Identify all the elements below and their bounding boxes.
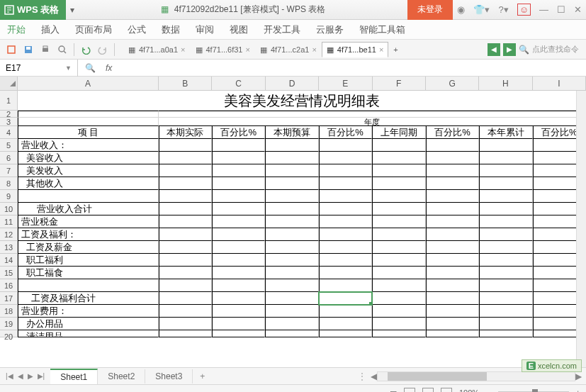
row-header-4[interactable]: 4 xyxy=(0,126,18,139)
cell-D9[interactable] xyxy=(265,190,318,203)
cancel-fx-icon[interactable]: 🔍 xyxy=(85,63,96,73)
cell-G12[interactable] xyxy=(426,228,479,241)
cell-F17[interactable] xyxy=(372,292,425,305)
cell-D18[interactable] xyxy=(265,305,318,318)
cell-B9[interactable] xyxy=(159,190,212,203)
cell-A18[interactable]: 营业费用： xyxy=(18,305,159,318)
cell-C18[interactable] xyxy=(212,305,265,318)
nav-next-icon[interactable]: ▶ xyxy=(503,43,516,56)
cell-D10[interactable] xyxy=(265,203,318,215)
cell-B5[interactable] xyxy=(159,139,212,152)
col-header-G[interactable]: G xyxy=(426,77,479,91)
cell-E17[interactable] xyxy=(319,292,372,305)
select-all-corner[interactable] xyxy=(0,77,18,91)
doc-tab-4[interactable]: ▦4f71...be11× xyxy=(322,42,389,57)
tab-close-icon[interactable]: × xyxy=(246,45,250,54)
header-ytd[interactable]: 本年累计 xyxy=(479,126,532,139)
cell-G19[interactable] xyxy=(426,318,479,330)
minimize-icon[interactable]: — xyxy=(539,4,548,15)
close-icon[interactable]: ✕ xyxy=(574,4,582,15)
horizontal-scrollbar[interactable] xyxy=(377,371,575,381)
cell-H9[interactable] xyxy=(479,190,532,203)
row-header-8[interactable]: 8 xyxy=(0,177,18,190)
cell-D11[interactable] xyxy=(265,215,318,228)
cell-C19[interactable] xyxy=(212,318,265,330)
cell-D20[interactable] xyxy=(265,330,318,337)
add-sheet-button[interactable]: + xyxy=(193,371,212,381)
cell-B12[interactable] xyxy=(159,228,212,241)
hscroll-right-icon[interactable]: ▶ xyxy=(575,371,582,381)
login-button[interactable]: 未登录 xyxy=(407,0,453,20)
tab-close-icon[interactable]: × xyxy=(379,45,383,54)
cell-A11[interactable]: 营业税金 xyxy=(18,215,159,228)
sheet-prev-icon[interactable]: ◀ xyxy=(16,371,25,381)
tab-close-icon[interactable]: × xyxy=(312,45,316,54)
cell-F15[interactable] xyxy=(372,267,425,279)
cell-G6[interactable] xyxy=(426,152,479,164)
cell-E18[interactable] xyxy=(319,305,372,318)
add-tab-button[interactable]: + xyxy=(388,42,402,57)
vertical-scrollbar[interactable] xyxy=(576,91,586,367)
cell-B14[interactable] xyxy=(159,254,212,267)
cell-C9[interactable] xyxy=(212,190,265,203)
cell-H8[interactable] xyxy=(479,177,532,190)
cell-D16[interactable] xyxy=(265,279,318,292)
name-box[interactable]: ▼ xyxy=(0,60,78,77)
sync-icon[interactable]: ◉ xyxy=(457,4,465,15)
split-handle-icon[interactable]: ⋮ xyxy=(358,371,366,381)
view-page-icon[interactable] xyxy=(422,388,434,393)
view-break-icon[interactable] xyxy=(441,388,452,393)
cell-A8[interactable]: 其他收入 xyxy=(18,177,159,190)
row-header-3[interactable]: 3 xyxy=(0,118,18,126)
cell-B18[interactable] xyxy=(159,305,212,318)
cell-E6[interactable] xyxy=(319,152,372,164)
cell-C5[interactable] xyxy=(212,139,265,152)
menu-insert[interactable]: 插入 xyxy=(41,23,60,36)
cell-G14[interactable] xyxy=(426,254,479,267)
header-pct1[interactable]: 百分比% xyxy=(212,126,265,139)
layout-icon[interactable]: ▭ xyxy=(390,388,397,392)
hscroll-left-icon[interactable]: ◀ xyxy=(371,371,377,381)
sheet-last-icon[interactable]: ▶| xyxy=(36,371,47,381)
cell-H7[interactable] xyxy=(479,164,532,177)
cell-C13[interactable] xyxy=(212,241,265,254)
zoom-level[interactable]: 100% xyxy=(459,388,479,393)
preview-icon[interactable] xyxy=(55,43,69,57)
row-header-13[interactable]: 13 xyxy=(0,241,18,254)
col-header-A[interactable]: A xyxy=(18,77,159,91)
col-header-H[interactable]: H xyxy=(479,77,532,91)
zoom-in-icon[interactable]: + xyxy=(576,388,580,393)
cell-G13[interactable] xyxy=(426,241,479,254)
cell-F11[interactable] xyxy=(372,215,425,228)
cell-H20[interactable] xyxy=(479,330,532,337)
sheet-tab-3[interactable]: Sheet3 xyxy=(145,369,193,383)
cell-C17[interactable] xyxy=(212,292,265,305)
fx-label[interactable]: fx xyxy=(106,63,112,73)
cell-B7[interactable] xyxy=(159,164,212,177)
year-label[interactable]: 年度 xyxy=(159,118,586,126)
cell-D8[interactable] xyxy=(265,177,318,190)
undo-icon[interactable] xyxy=(79,43,93,57)
cell-D6[interactable] xyxy=(265,152,318,164)
cell-A13[interactable]: 工资及薪金 xyxy=(18,241,159,254)
doc-tab-1[interactable]: ▦4f71...a0a1× xyxy=(123,42,191,57)
row-header-19[interactable]: 19 xyxy=(0,318,18,330)
cell-H12[interactable] xyxy=(479,228,532,241)
cell-D17[interactable] xyxy=(265,292,318,305)
sheet-next-icon[interactable]: ▶ xyxy=(26,371,35,381)
cell-C11[interactable] xyxy=(212,215,265,228)
feedback-icon[interactable]: ☺ xyxy=(517,4,531,16)
cell-A12[interactable]: 工资及福利： xyxy=(18,228,159,241)
cell-H19[interactable] xyxy=(479,318,532,330)
header-pct3[interactable]: 百分比% xyxy=(426,126,479,139)
row-header-10[interactable]: 10 xyxy=(0,203,18,215)
cell-F8[interactable] xyxy=(372,177,425,190)
cell-H17[interactable] xyxy=(479,292,532,305)
name-box-dropdown-icon[interactable]: ▼ xyxy=(65,65,72,72)
cell-E12[interactable] xyxy=(319,228,372,241)
cell-D19[interactable] xyxy=(265,318,318,330)
menu-formula[interactable]: 公式 xyxy=(128,23,146,36)
cell-G8[interactable] xyxy=(426,177,479,190)
cell-F14[interactable] xyxy=(372,254,425,267)
sheet-title[interactable]: 美容美发经营情况明细表 xyxy=(18,91,586,111)
